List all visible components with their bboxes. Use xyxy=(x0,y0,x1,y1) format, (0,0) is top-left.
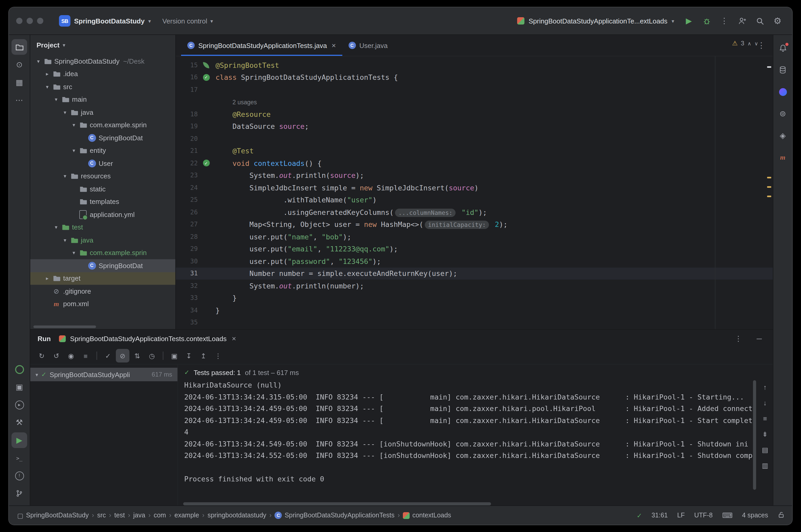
code-line-29[interactable]: 29 user.put("email", "112233@qq.com"); xyxy=(176,243,773,255)
tree-chevron-icon[interactable]: ▾ xyxy=(52,225,60,230)
tree-chevron-icon[interactable]: ▾ xyxy=(61,237,69,243)
breadcrumb-com[interactable]: com xyxy=(153,512,167,519)
breadcrumb-springbootdatastudyapplicationtests[interactable]: CSpringBootDataStudyApplicationTests xyxy=(274,512,395,519)
code-line[interactable]: 2 usages xyxy=(176,96,773,108)
more-options-icon[interactable]: ⋮ xyxy=(211,349,225,362)
tree-item-main[interactable]: ▾main xyxy=(30,93,175,106)
project-panel-header[interactable]: Project xyxy=(30,35,175,55)
problems-tool-icon[interactable]: ! xyxy=(12,468,27,483)
tree-item-application-yml[interactable]: application.yml xyxy=(30,208,175,221)
stripe-warning-mark[interactable] xyxy=(767,186,771,188)
tree-item-pom-xml[interactable]: mpom.xml xyxy=(30,298,175,310)
tree-item-springbootdat[interactable]: CSpringBootDat xyxy=(30,259,175,272)
vcs-widget[interactable]: Version control xyxy=(158,15,217,27)
sort-by-duration-icon[interactable]: ◷ xyxy=(145,349,159,362)
database-icon[interactable] xyxy=(775,62,790,78)
show-ignored-icon[interactable]: ⊘ xyxy=(116,349,129,362)
sort-alphabetically-icon[interactable]: ⇅ xyxy=(130,349,144,362)
clear-console-icon[interactable]: ▥ xyxy=(759,459,771,471)
breadcrumb-test[interactable]: test xyxy=(113,512,126,519)
code-line-33[interactable]: 33 } xyxy=(176,292,773,304)
spring-bean-gutter-icon[interactable] xyxy=(200,62,212,68)
tree-item-entity[interactable]: ▾entity xyxy=(30,144,175,157)
print-console-icon[interactable]: ▤ xyxy=(759,444,771,455)
import-test-results-icon[interactable]: ↧ xyxy=(182,349,196,362)
code-editor[interactable]: 15@SpringBootTest16✓class SpringBootData… xyxy=(176,56,773,329)
tree-chevron-icon[interactable]: ▾ xyxy=(61,173,69,179)
code-line-18[interactable]: 18 @Resource xyxy=(176,108,773,120)
tree-item-java[interactable]: ▾java xyxy=(30,106,175,119)
bookmarks-tool-icon[interactable]: ▣ xyxy=(12,379,27,395)
close-window-button[interactable] xyxy=(16,18,22,24)
tree-chevron-icon[interactable]: ▾ xyxy=(43,84,51,90)
caret-position[interactable]: 31:61 xyxy=(652,512,668,519)
code-line-24[interactable]: 24 SimpleJdbcInsert simple = new SimpleJ… xyxy=(176,182,773,194)
tree-item-resources[interactable]: ▾resources xyxy=(30,170,175,183)
hide-run-panel-icon[interactable] xyxy=(753,334,765,343)
spring-tool-icon[interactable] xyxy=(12,361,27,377)
tree-chevron-icon[interactable]: ▾ xyxy=(70,250,78,256)
tree-item-test[interactable]: ▾test xyxy=(30,221,175,234)
tree-chevron-icon[interactable]: ▸ xyxy=(43,71,51,77)
tree-item-target[interactable]: ▸target xyxy=(30,272,175,285)
tree-item-static[interactable]: static xyxy=(30,183,175,195)
breadcrumb-springbootdatastudy[interactable]: SpringBootDataStudy xyxy=(16,511,90,519)
commit-tool-icon[interactable]: ⊙ xyxy=(12,57,27,73)
code-with-me-icon[interactable] xyxy=(735,14,749,28)
run-panel-options-icon[interactable] xyxy=(732,334,745,343)
run-button[interactable] xyxy=(682,14,696,28)
line-separator[interactable]: LF xyxy=(677,512,685,519)
breadcrumb-java[interactable]: java xyxy=(132,512,146,519)
services-tool-icon[interactable]: ▸ xyxy=(12,397,27,413)
readonly-lock-icon[interactable] xyxy=(778,511,785,520)
breadcrumb-springbootdatastudy[interactable]: springbootdatastudy xyxy=(206,512,267,519)
debug-button[interactable] xyxy=(699,14,714,28)
tree-item-com-example-sprin[interactable]: ▾com.example.sprin xyxy=(30,246,175,259)
project-widget[interactable]: SB SpringBootDataStudy xyxy=(55,13,155,29)
stripe-caret-mark[interactable] xyxy=(767,66,771,68)
rerun-icon[interactable]: ↻ xyxy=(35,349,49,362)
terminal-tool-icon[interactable]: >_ xyxy=(12,450,27,466)
test-result-item[interactable]: SpringBootDataStudyAppli 617 ms xyxy=(30,368,178,381)
run-test-gutter-icon[interactable]: ✓ xyxy=(200,160,212,167)
export-test-results-icon[interactable]: ↥ xyxy=(197,349,210,362)
notifications-icon[interactable] xyxy=(775,40,790,56)
tree-chevron-icon[interactable]: ▸ xyxy=(43,276,51,281)
scroll-to-end-icon[interactable]: ⇟ xyxy=(759,428,771,440)
toggle-auto-test-icon[interactable]: ◉ xyxy=(64,349,78,362)
code-line-17[interactable]: 17 xyxy=(176,83,773,96)
editor-tab-springbootdatastudyapplicationtests-java[interactable]: CSpringBootDataStudyApplicationTests.jav… xyxy=(181,35,342,56)
scroll-to-bottom-icon[interactable]: ↓ xyxy=(759,397,771,408)
breadcrumb-example[interactable]: example xyxy=(173,512,200,519)
stripe-warning-mark[interactable] xyxy=(767,177,771,178)
tree-chevron-icon[interactable]: ▾ xyxy=(52,97,60,102)
run-tool-icon[interactable]: ▶ xyxy=(12,432,27,448)
code-line-22[interactable]: 22✓ void contextLoads() { xyxy=(176,157,773,169)
rerun-failed-icon[interactable]: ↺ xyxy=(50,349,63,362)
more-tool-windows-icon[interactable]: ⋯ xyxy=(12,92,27,108)
console-horizontal-scrollbar[interactable] xyxy=(183,502,491,506)
analysis-ok-icon[interactable] xyxy=(637,511,642,519)
scroll-to-top-icon[interactable]: ↑ xyxy=(759,381,771,393)
tree-chevron-icon[interactable]: ▾ xyxy=(70,148,78,154)
code-line-26[interactable]: 26 .usingGeneratedKeyColumns(...columnNa… xyxy=(176,206,773,218)
code-line-34[interactable]: 34} xyxy=(176,304,773,316)
ai-assistant-icon[interactable] xyxy=(775,84,790,100)
tree-item-com-example-sprin[interactable]: ▾com.example.sprin xyxy=(30,119,175,131)
next-problem-icon[interactable] xyxy=(754,40,758,46)
keyboard-icon[interactable] xyxy=(722,511,733,519)
git-tool-icon[interactable] xyxy=(12,486,27,501)
stop-icon[interactable]: ■ xyxy=(79,349,92,362)
show-passed-icon[interactable]: ✓ xyxy=(101,349,115,362)
test-snapshot-icon[interactable]: ▣ xyxy=(168,349,181,362)
tree-item-gitignore[interactable]: ⊘.gitignore xyxy=(30,285,175,298)
tree-item-idea[interactable]: ▸.idea xyxy=(30,68,175,80)
code-line-19[interactable]: 19 DataSource source; xyxy=(176,120,773,132)
close-run-tab-icon[interactable] xyxy=(232,334,236,343)
structure-tool-icon[interactable]: ▦ xyxy=(12,75,27,90)
project-horizontal-scrollbar[interactable] xyxy=(33,325,96,328)
code-line-16[interactable]: 16✓class SpringBootDataStudyApplicationT… xyxy=(176,71,773,83)
code-line-32[interactable]: 32 System.out.println(number); xyxy=(176,280,773,292)
tree-item-springbootdatastudy[interactable]: ▾SpringBootDataStudy~/Desk xyxy=(30,55,175,68)
code-line-21[interactable]: 21 @Test xyxy=(176,145,773,157)
